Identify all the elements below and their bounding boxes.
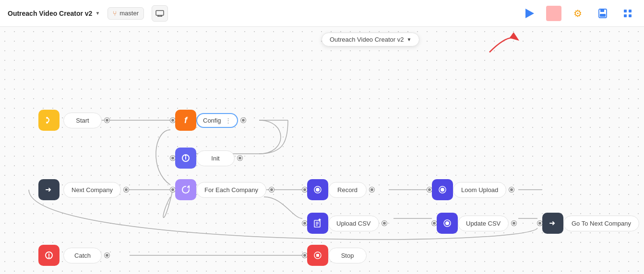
go-to-next-label: Go To Next Company <box>563 216 639 231</box>
catch-output-connector[interactable] <box>105 253 109 258</box>
next-company-node[interactable]: Next Company <box>38 179 129 200</box>
updatecsv-output-connector[interactable] <box>512 221 516 226</box>
update-csv-label: Update CSV <box>458 216 509 231</box>
svg-point-38 <box>48 257 50 258</box>
record-output-connector[interactable] <box>370 187 374 192</box>
init-node[interactable]: Init <box>170 148 242 169</box>
start-icon <box>38 110 60 131</box>
svg-point-21 <box>46 117 48 119</box>
loom-input-connector[interactable] <box>427 187 432 192</box>
init-input-connector[interactable] <box>170 156 175 160</box>
start-output-connector[interactable] <box>105 118 109 123</box>
start-label: Start <box>63 113 102 128</box>
for-each-output-connector[interactable] <box>269 187 274 192</box>
start-node[interactable]: Start <box>38 110 109 131</box>
update-csv-node[interactable]: Update CSV <box>432 213 516 234</box>
svg-rect-8 <box>624 10 627 12</box>
tooltip-chevron-icon: ▼ <box>406 37 411 42</box>
app-title[interactable]: Outreach Video Creator v2 ▼ <box>8 10 100 17</box>
init-label: Init <box>196 150 235 166</box>
stop-icon <box>307 245 328 266</box>
stop-label: Stop <box>328 248 367 263</box>
stop-input-connector[interactable] <box>302 253 307 258</box>
for-each-label: For Each Company <box>196 182 266 198</box>
svg-rect-7 <box>600 14 606 17</box>
config-input-connector[interactable] <box>170 118 175 123</box>
updatecsv-icon <box>437 213 458 234</box>
svg-point-28 <box>441 188 444 192</box>
for-each-icon <box>175 179 196 200</box>
upload-icon <box>307 213 328 234</box>
goto-icon <box>542 213 563 234</box>
upload-output-connector[interactable] <box>382 221 387 226</box>
loom-icon <box>432 179 453 200</box>
next-company-icon <box>38 179 60 200</box>
play-button[interactable] <box>521 5 538 22</box>
updatecsv-input-connector[interactable] <box>432 221 437 226</box>
settings-icon: ⚙ <box>573 8 582 19</box>
workflow-tooltip[interactable]: Outreach Video Creator v2 ▼ <box>322 33 419 46</box>
stop-node[interactable]: Stop <box>302 245 367 266</box>
upload-input-connector[interactable] <box>302 221 307 226</box>
record-input-connector[interactable] <box>302 187 307 192</box>
svg-point-26 <box>316 188 320 192</box>
loom-output-connector[interactable] <box>509 187 514 192</box>
workflow-canvas: Start f Config ⋮ Init <box>0 27 644 274</box>
init-output-connector[interactable] <box>238 156 242 160</box>
header: Outreach Video Creator v2 ▼ ⑂ master <box>0 0 644 27</box>
next-company-label: Next Company <box>63 182 121 198</box>
for-each-input-connector[interactable] <box>170 187 175 192</box>
upload-csv-label: Upload CSV <box>328 216 379 231</box>
for-each-node[interactable]: For Each Company <box>170 179 274 200</box>
goto-input-connector[interactable] <box>537 221 542 226</box>
catch-label: Catch <box>63 248 102 263</box>
catch-node[interactable]: Catch <box>38 245 109 266</box>
svg-rect-10 <box>624 14 627 17</box>
go-to-next-node[interactable]: Go To Next Company <box>537 213 639 234</box>
svg-point-22 <box>46 122 48 124</box>
config-label-box: Config ⋮ <box>196 113 238 128</box>
svg-rect-40 <box>316 254 319 257</box>
save-button[interactable] <box>594 5 611 22</box>
loom-upload-node[interactable]: Loom Upload <box>427 179 514 200</box>
catch-icon <box>38 245 60 266</box>
play-icon <box>525 9 534 18</box>
next-company-output-connector[interactable] <box>124 187 129 192</box>
config-func-icon: f <box>175 110 196 131</box>
branch-icon: ⑂ <box>113 10 117 17</box>
config-node[interactable]: f Config ⋮ <box>170 110 246 131</box>
loom-label: Loom Upload <box>453 182 506 198</box>
config-menu-icon[interactable]: ⋮ <box>225 117 231 124</box>
svg-rect-9 <box>629 10 632 12</box>
settings-button[interactable]: ⚙ <box>569 5 586 22</box>
connection-lines <box>0 27 644 274</box>
svg-rect-11 <box>629 14 632 17</box>
init-icon <box>175 148 196 169</box>
config-label-text: Config <box>203 117 221 124</box>
stop-record-button[interactable] <box>546 6 561 21</box>
config-output-connector[interactable] <box>241 118 246 123</box>
app-title-text: Outreach Video Creator v2 <box>8 10 92 17</box>
svg-rect-6 <box>600 9 604 12</box>
svg-point-34 <box>445 221 449 225</box>
svg-point-25 <box>185 155 187 157</box>
grid-button[interactable] <box>619 5 636 22</box>
monitor-button[interactable] <box>152 5 168 22</box>
tooltip-text: Outreach Video Creator v2 <box>330 36 404 43</box>
branch-selector[interactable]: ⑂ master <box>107 7 144 20</box>
upload-csv-node[interactable]: Upload CSV <box>302 213 387 234</box>
title-chevron-icon: ▼ <box>95 11 100 16</box>
svg-rect-0 <box>156 11 164 15</box>
record-label: Record <box>328 182 367 198</box>
record-node[interactable]: Record <box>302 179 374 200</box>
branch-label: master <box>119 10 139 17</box>
record-icon <box>307 179 328 200</box>
